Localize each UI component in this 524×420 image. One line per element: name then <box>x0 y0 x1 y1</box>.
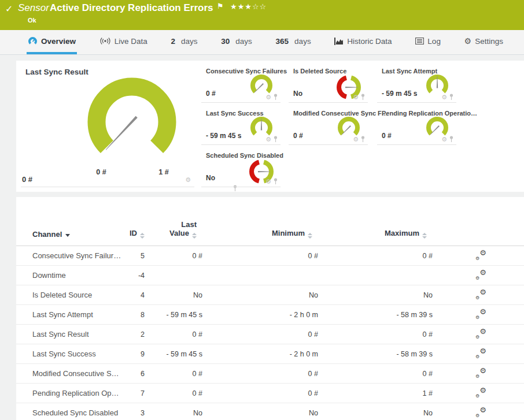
status-check-icon: ✓ <box>5 3 13 14</box>
channel-table-header: Channel ID Last Value Minimum Maximum <box>16 197 524 246</box>
gauge-last-sync-result: Last Sync Result 0 # 1 # 0 # ⚙ <box>21 61 194 187</box>
priority-stars[interactable]: ★★★☆☆ <box>230 2 267 11</box>
table-row-last-sync-success[interactable]: Last Sync Success 9 - 59 m 45 s - 2 h 0 … <box>16 344 524 364</box>
pin-icon[interactable] <box>449 136 454 143</box>
channel-settings-icon[interactable]: ⚙⚙ <box>475 250 486 260</box>
table-row-downtime[interactable]: Downtime -4 ⚙⚙ <box>16 266 524 285</box>
channel-settings-icon[interactable]: ⚙⚙ <box>475 270 486 280</box>
channel-settings-icon[interactable]: ⚙⚙ <box>475 329 486 339</box>
gauge-is-deleted-source: Is Deleted Source No ⚙ <box>289 61 368 103</box>
table-row-scheduled-sync-disabled[interactable]: Scheduled Sync Disabled 3 No No No ⚙⚙ <box>16 403 524 420</box>
mini-gauge-dial <box>248 116 275 139</box>
pin-icon[interactable] <box>360 136 366 143</box>
sensor-status-header: ✓ Sensor Active Directory Replication Er… <box>0 0 524 30</box>
gauges-panel: Last Sync Result 0 # 1 # 0 # ⚙ Consecuti… <box>16 61 524 192</box>
channel-settings-icon[interactable]: ⚙⚙ <box>475 388 486 397</box>
column-header-last-value[interactable]: Last Value <box>145 220 202 246</box>
tab-settings[interactable]: ⚙ Settings <box>463 30 504 54</box>
gauge-scale-min: 0 # <box>91 168 112 176</box>
channel-settings-icon[interactable]: ⚙⚙ <box>475 309 486 319</box>
tab-historic-data[interactable]: Historic Data <box>333 30 393 54</box>
gauge-icon <box>28 36 38 46</box>
sort-icon <box>140 233 145 239</box>
channel-settings-icon[interactable]: ⚙⚙ <box>475 368 486 378</box>
pin-icon[interactable] <box>273 136 278 143</box>
column-header-minimum[interactable]: Minimum <box>202 229 318 246</box>
tab-log[interactable]: Log <box>414 30 442 54</box>
gauge-scale-max: 1 # <box>153 168 174 176</box>
channel-settings-icon[interactable]: ⚙⚙ <box>475 348 486 358</box>
gauge-settings-gear-icon[interactable]: ⚙ <box>441 136 447 143</box>
mini-gauge-dial <box>423 116 451 139</box>
sort-icon <box>192 233 197 239</box>
gauge-settings-gear-icon[interactable]: ⚙ <box>353 94 359 101</box>
sort-caret-icon <box>65 234 70 237</box>
column-header-id[interactable]: ID <box>120 229 145 246</box>
table-row-last-sync-attempt[interactable]: Last Sync Attempt 8 - 59 m 45 s - 2 h 0 … <box>16 305 524 325</box>
gauge-pending-replication-operations: Pending Replication Operatio… 0 # ⚙ <box>377 103 456 145</box>
sort-icon <box>422 233 427 239</box>
tab-live-data[interactable]: Live Data <box>98 30 149 54</box>
broadcast-icon <box>99 37 111 45</box>
pin-icon[interactable] <box>360 94 366 101</box>
sort-icon <box>308 233 312 239</box>
gear-icon: ⚙ <box>464 37 472 45</box>
pin-icon[interactable] <box>273 94 278 101</box>
table-row-consecutive-sync-failures[interactable]: Consecutive Sync Failur… 5 0 # 0 # 0 # ⚙… <box>16 246 524 266</box>
sensor-title: Active Directory Replication Errors <box>50 2 213 14</box>
gauge-scheduled-sync-disabled: Scheduled Sync Disabled No ⚙ <box>201 145 281 187</box>
sensor-tab-bar: Overview Live Data 2 days 30 days 365 da… <box>0 30 524 55</box>
mini-gauge-dial <box>335 116 363 139</box>
column-header-channel[interactable]: Channel <box>16 230 120 246</box>
mini-gauge-dial <box>248 73 275 96</box>
gauge-consecutive-sync-failures: Consecutive Sync Failures 0 # ⚙ <box>201 61 281 103</box>
table-row-last-sync-result[interactable]: Last Sync Result 2 0 # 0 # 0 # ⚙⚙ <box>16 325 524 344</box>
gauge-settings-gear-icon[interactable]: ⚙ <box>265 94 271 101</box>
tab-overview[interactable]: Overview <box>27 30 77 54</box>
gauge-value: 0 # <box>22 175 32 184</box>
gauge-modified-consecutive-sync-failures: Modified Consecutive Sync F… 0 # ⚙ <box>289 103 368 145</box>
table-row-is-deleted-source[interactable]: Is Deleted Source 4 No No No ⚙⚙ <box>16 285 524 305</box>
tab-365-days[interactable]: 365 days <box>275 30 312 54</box>
flag-icon[interactable]: ⚑ <box>217 2 224 10</box>
gauge-settings-gear-icon[interactable]: ⚙ <box>265 136 271 143</box>
gauge-settings-gear-icon[interactable]: ⚙ <box>185 177 191 183</box>
pin-icon[interactable] <box>449 94 454 101</box>
channel-table-panel: Channel ID Last Value Minimum Maximum Co… <box>16 197 524 420</box>
gauge-settings-gear-icon[interactable]: ⚙ <box>265 179 271 185</box>
tab-30-days[interactable]: 30 days <box>220 30 253 54</box>
main-gauge-dial <box>68 69 195 161</box>
channel-settings-icon[interactable]: ⚙⚙ <box>475 407 486 417</box>
column-header-maximum[interactable]: Maximum <box>318 229 433 246</box>
pin-icon[interactable] <box>273 178 278 185</box>
prtg-sensor-page: ✓ Sensor Active Directory Replication Er… <box>0 0 524 420</box>
tab-2-days[interactable]: 2 days <box>170 30 199 54</box>
gauge-settings-gear-icon[interactable]: ⚙ <box>353 136 359 143</box>
mini-gauge-dial <box>423 73 451 96</box>
gauge-last-sync-success: Last Sync Success - 59 m 45 s ⚙ <box>201 103 281 145</box>
object-kind-label: Sensor <box>18 2 49 14</box>
channel-settings-icon[interactable]: ⚙⚙ <box>475 289 486 299</box>
table-row-modified-consecutive-sync[interactable]: Modified Consecutive S… 6 0 # 0 # 0 # ⚙⚙ <box>16 364 524 384</box>
area-chart-icon <box>334 38 344 45</box>
gauge-settings-gear-icon[interactable]: ⚙ <box>441 94 447 101</box>
sensor-status-badge: Ok <box>28 17 36 24</box>
gauge-last-sync-attempt: Last Sync Attempt - 59 m 45 s ⚙ <box>377 61 456 103</box>
log-list-icon <box>415 38 424 44</box>
table-row-pending-replication-operations[interactable]: Pending Replication Op… 7 0 # 0 # 1 # ⚙⚙ <box>16 384 524 403</box>
